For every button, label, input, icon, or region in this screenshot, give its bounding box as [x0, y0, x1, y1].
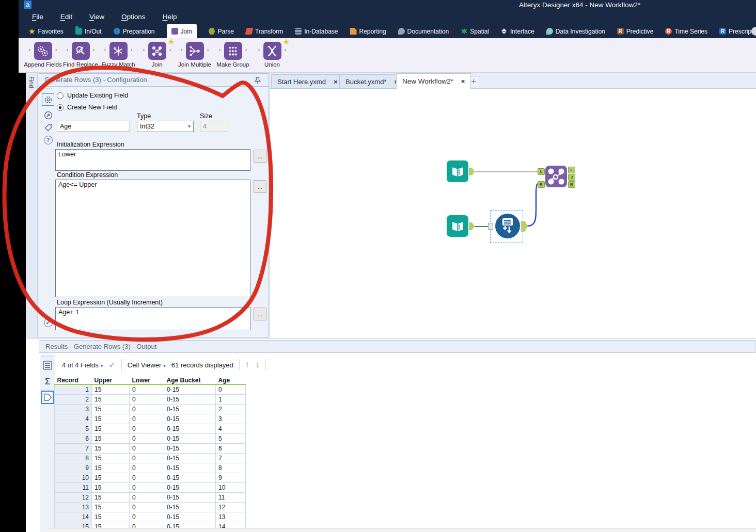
data-cell[interactable]: 0 — [130, 424, 164, 434]
input-data-tool-1[interactable] — [447, 160, 468, 182]
record-number-cell[interactable]: 10 — [55, 473, 92, 483]
metadata-view-icon[interactable] — [41, 391, 54, 404]
data-cell[interactable]: 0-15 — [164, 395, 216, 405]
radio-circle[interactable] — [57, 92, 64, 99]
menu-item-file[interactable]: File — [32, 13, 43, 21]
document-tab-new-workflow2[interactable]: New Workflow2*× — [396, 73, 471, 89]
data-cell[interactable]: 0-15 — [164, 424, 216, 434]
record-number-cell[interactable]: 8 — [55, 454, 92, 463]
close-tab-icon[interactable]: × — [461, 77, 465, 85]
data-cell[interactable]: 0-15 — [164, 503, 216, 512]
record-number-cell[interactable]: 7 — [55, 444, 92, 454]
data-cell[interactable]: 15 — [92, 454, 130, 463]
cell-viewer-button[interactable]: Cell Viewer▾ — [128, 361, 166, 369]
record-number-cell[interactable]: 11 — [55, 483, 92, 493]
record-number-cell[interactable]: 9 — [55, 463, 92, 473]
category-tab-prescriptive[interactable]: RPrescriptive — [719, 24, 756, 38]
join-output-anchor-l[interactable]: L — [568, 167, 575, 173]
workflow-canvas[interactable]: Start Here.yxmd×Bucket.yxmd*×New Workflo… — [270, 73, 756, 338]
data-cell[interactable]: 9 — [216, 473, 246, 483]
favorite-star-icon[interactable]: ★ — [282, 39, 290, 45]
data-cell[interactable]: 10 — [216, 483, 246, 493]
grid-view-icon[interactable] — [41, 359, 54, 372]
category-tab-parse[interactable]: Parse — [209, 24, 234, 38]
data-cell[interactable]: 12 — [216, 503, 246, 512]
ribbon-tool-union[interactable]: ★Union — [247, 42, 297, 68]
data-cell[interactable]: 0-15 — [164, 512, 216, 522]
data-cell[interactable]: 15 — [92, 424, 130, 434]
radio-circle-selected[interactable] — [57, 104, 64, 111]
data-cell[interactable]: 8 — [216, 463, 246, 473]
data-cell[interactable]: 0-15 — [164, 444, 216, 454]
loop-expression-editor-button[interactable]: ... — [254, 308, 266, 320]
condition-expression-editor-button[interactable]: ... — [254, 180, 266, 193]
data-cell[interactable]: 0-15 — [164, 414, 216, 424]
input-anchor-generate-rows[interactable] — [488, 223, 493, 230]
record-number-cell[interactable]: 14 — [55, 512, 92, 522]
data-cell[interactable]: 13 — [216, 512, 246, 522]
data-cell[interactable]: 3 — [216, 414, 246, 424]
find-side-tab[interactable]: Find — [26, 73, 38, 338]
input-data-tool-2[interactable] — [447, 215, 468, 237]
category-tab-time-series[interactable]: RTime Series — [665, 24, 707, 38]
data-cell[interactable]: 0 — [130, 414, 164, 424]
category-tab-reporting[interactable]: Reporting — [350, 24, 386, 38]
data-cell[interactable]: 15 — [92, 473, 130, 483]
data-cell[interactable]: 15 — [92, 444, 130, 454]
record-number-cell[interactable]: 5 — [55, 424, 92, 434]
data-cell[interactable]: 7 — [216, 454, 246, 463]
data-cell[interactable]: 2 — [216, 405, 246, 414]
data-cell[interactable]: 5 — [216, 434, 246, 444]
menu-item-help[interactable]: Help — [163, 13, 177, 21]
data-cell[interactable]: 0 — [130, 483, 164, 493]
category-tab-predictive[interactable]: RPredictive — [617, 24, 654, 38]
data-cell[interactable]: 0-15 — [164, 454, 216, 463]
category-tab-in-out[interactable]: In/Out — [75, 24, 102, 38]
data-cell[interactable]: 0 — [130, 384, 164, 395]
data-cell[interactable]: 0 — [130, 395, 164, 405]
category-tab-data-investigation[interactable]: Data Investigation — [546, 24, 605, 38]
type-dropdown[interactable]: Int32 ▾ — [137, 121, 194, 132]
join-tool-node[interactable] — [545, 166, 567, 187]
data-cell[interactable]: 15 — [92, 395, 130, 405]
join-input-anchor-l[interactable]: L — [538, 168, 545, 175]
column-header-record[interactable]: Record — [55, 376, 92, 384]
data-cell[interactable]: 15 — [92, 384, 130, 395]
category-tab-in-database[interactable]: In-Database — [295, 24, 338, 38]
data-cell[interactable]: 4 — [216, 424, 246, 434]
fields-dropdown-button[interactable]: 4 of 4 Fields▾ — [62, 361, 103, 369]
arrow-up-icon[interactable]: ↑ — [245, 360, 250, 370]
join-output-anchor-r[interactable]: R — [568, 181, 575, 188]
condition-expression-input[interactable]: Age<= Upper — [55, 180, 250, 297]
data-cell[interactable]: 0 — [130, 503, 164, 512]
menu-item-view[interactable]: View — [89, 13, 104, 21]
data-cell[interactable]: 0-15 — [164, 483, 216, 493]
data-cell[interactable]: 0 — [216, 384, 246, 395]
generate-rows-tool-node[interactable] — [495, 214, 520, 238]
data-cell[interactable]: 15 — [92, 483, 130, 493]
column-header-lower[interactable]: Lower — [130, 376, 164, 384]
record-number-cell[interactable]: 13 — [55, 503, 92, 512]
data-cell[interactable]: 0-15 — [164, 493, 216, 503]
category-tab-join[interactable]: Join — [167, 24, 197, 38]
join-output-anchor-j[interactable]: J — [568, 174, 575, 181]
init-expression-input[interactable]: Lower — [55, 149, 250, 171]
data-cell[interactable]: 15 — [92, 414, 130, 424]
record-number-cell[interactable]: 2 — [55, 395, 92, 405]
data-cell[interactable]: 0 — [130, 405, 164, 414]
record-number-cell[interactable]: 3 — [55, 405, 92, 414]
data-cell[interactable]: 0 — [130, 463, 164, 473]
menu-item-edit[interactable]: Edit — [60, 13, 72, 21]
data-cell[interactable]: 0 — [130, 454, 164, 463]
data-cell[interactable]: 0-15 — [164, 434, 216, 444]
record-number-cell[interactable]: 1 — [55, 384, 92, 395]
data-cell[interactable]: 15 — [92, 512, 130, 522]
sigma-profile-icon[interactable]: Σ — [41, 375, 54, 389]
radio-create-new-field[interactable]: Create New Field — [57, 104, 117, 111]
category-tab-interface[interactable]: Interface — [501, 24, 534, 38]
record-number-cell[interactable]: 12 — [55, 493, 92, 503]
data-cell[interactable]: 6 — [216, 444, 246, 454]
data-cell[interactable]: 11 — [216, 493, 246, 503]
field-name-input[interactable]: Age — [57, 121, 130, 132]
data-cell[interactable]: 0-15 — [164, 405, 216, 414]
